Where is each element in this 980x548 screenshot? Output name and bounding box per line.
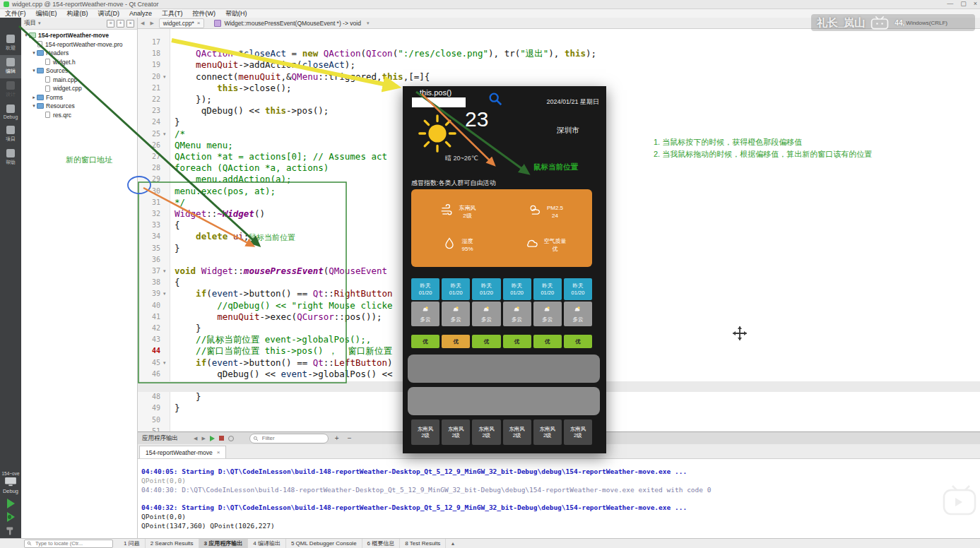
forecast-condition-box[interactable]: 多云 bbox=[533, 302, 562, 326]
forecast-condition-box[interactable]: 多云 bbox=[564, 302, 592, 326]
wind-box[interactable]: 东南风2级 bbox=[442, 419, 470, 445]
tree-item[interactable]: main.cpp bbox=[21, 76, 137, 85]
mode-item-Debug[interactable]: Debug bbox=[0, 102, 21, 123]
air-quality-box[interactable]: 优 bbox=[411, 335, 439, 348]
forward-icon[interactable]: ▶ bbox=[147, 20, 156, 26]
tree-item[interactable]: ▾Resources bbox=[21, 102, 137, 111]
project-panel-header[interactable]: 项目 ▾ ≡ + × bbox=[21, 18, 137, 30]
statusbar-pane[interactable]: 8 Test Results bbox=[400, 539, 446, 548]
statusbar-pane[interactable]: 4 编译输出 bbox=[248, 539, 286, 548]
menu-item[interactable]: 文件(F) bbox=[0, 9, 31, 18]
mode-item-编辑[interactable]: 编辑 bbox=[0, 55, 21, 78]
back-icon[interactable]: ◀ bbox=[138, 20, 147, 26]
output-console[interactable]: 04:40:05: Starting D:\QT\CodeInLesson\bu… bbox=[138, 459, 980, 547]
statusbar-pane[interactable]: 6 概要信息 bbox=[362, 539, 401, 548]
filter-input[interactable] bbox=[261, 434, 320, 442]
kit-name[interactable]: 154~ove bbox=[0, 471, 21, 476]
zoom-in-button[interactable]: + bbox=[333, 434, 341, 442]
tree-item[interactable]: ▾154-reportWeather-move bbox=[21, 31, 137, 40]
filter-icon[interactable]: ≡ bbox=[107, 20, 114, 28]
fold-marker[interactable]: ▾ bbox=[163, 74, 166, 80]
stop-icon[interactable] bbox=[219, 436, 224, 441]
menu-item[interactable]: 编辑(E) bbox=[31, 9, 62, 18]
forecast-condition-box[interactable]: 多云 bbox=[411, 302, 439, 326]
fold-marker[interactable]: ▾ bbox=[163, 360, 166, 366]
fold-marker[interactable]: ▾ bbox=[163, 291, 166, 297]
tree-item[interactable]: ▸Forms bbox=[21, 93, 137, 102]
wind-box[interactable]: 东南风2级 bbox=[503, 419, 531, 445]
menu-item[interactable]: 构建(B) bbox=[62, 9, 93, 18]
mode-item-设计[interactable]: 设计 bbox=[0, 78, 21, 102]
debug-run-button[interactable] bbox=[7, 512, 15, 522]
close-panel-icon[interactable]: × bbox=[126, 20, 134, 28]
chevron-left-icon[interactable]: ◀ bbox=[194, 436, 197, 441]
air-quality-box[interactable]: 优 bbox=[533, 335, 562, 348]
tree-item[interactable]: widget.cpp bbox=[21, 84, 137, 93]
forecast-condition-box[interactable]: 多云 bbox=[472, 302, 500, 326]
locator-input[interactable] bbox=[34, 540, 107, 547]
close-icon[interactable]: × bbox=[974, 0, 977, 7]
statusbar-pane[interactable]: 3 应用程序输出 bbox=[199, 539, 249, 548]
forecast-day-box[interactable]: 昨天01/20 bbox=[442, 278, 470, 300]
mode-item-帮助[interactable]: 帮助 bbox=[0, 146, 21, 169]
output-tab[interactable]: 154-reportWeather-move × bbox=[139, 446, 226, 458]
forecast-day-box[interactable]: 昨天01/20 bbox=[411, 278, 439, 300]
kit-mode-label[interactable]: Debug bbox=[0, 488, 21, 494]
maximize-icon[interactable]: ▢ bbox=[960, 0, 967, 7]
mode-item-项目[interactable]: 项目 bbox=[0, 123, 21, 146]
forecast-day-box[interactable]: 昨天01/20 bbox=[564, 278, 592, 300]
output-filter[interactable] bbox=[249, 434, 329, 443]
run-button[interactable] bbox=[7, 499, 15, 508]
statusbar-pane[interactable]: 1 问题 bbox=[119, 539, 146, 548]
minimize-icon[interactable]: — bbox=[947, 0, 953, 7]
weather-app-window[interactable]: this.pos() 2024/01/21 星期日 23 深圳市 晴 20~26… bbox=[403, 86, 606, 453]
document-tab[interactable]: widget.cpp* × bbox=[159, 18, 205, 28]
zoom-out-button[interactable]: − bbox=[346, 434, 354, 442]
fold-marker[interactable]: ▾ bbox=[163, 268, 166, 274]
menu-item[interactable]: 调试(D) bbox=[93, 9, 125, 18]
fold-marker[interactable]: ▾ bbox=[163, 131, 166, 137]
locator[interactable] bbox=[24, 540, 113, 548]
tree-item[interactable]: res.qrc bbox=[21, 111, 137, 120]
mode-item-欢迎[interactable]: 欢迎 bbox=[0, 32, 21, 55]
wind-box[interactable]: 东南风2级 bbox=[533, 419, 562, 445]
search-icon[interactable] bbox=[488, 91, 503, 107]
split-icon[interactable]: + bbox=[117, 20, 124, 28]
forecast-condition-box[interactable]: 多云 bbox=[503, 302, 531, 326]
air-quality-box[interactable]: 优 bbox=[472, 335, 500, 348]
wind-box[interactable]: 东南风2级 bbox=[472, 419, 500, 445]
air-quality-box[interactable]: 优 bbox=[564, 335, 592, 348]
output-pane-toggle-icon[interactable]: ▲ bbox=[450, 541, 455, 546]
forecast-day-box[interactable]: 昨天01/20 bbox=[533, 278, 562, 300]
statusbar-pane[interactable]: 2 Search Results bbox=[146, 539, 199, 548]
gear-icon[interactable] bbox=[228, 436, 234, 441]
build-hammer-icon[interactable] bbox=[5, 525, 16, 537]
forecast-day-box[interactable]: 昨天01/20 bbox=[472, 278, 500, 300]
wind-box[interactable]: 东南风2级 bbox=[564, 419, 592, 445]
city-search-input[interactable] bbox=[412, 97, 466, 107]
tab-close-icon[interactable]: × bbox=[217, 449, 220, 455]
menu-item[interactable]: 帮助(H) bbox=[220, 9, 252, 18]
tree-item[interactable]: ▾Sources bbox=[21, 66, 137, 76]
symbol-combo[interactable]: Widget::mousePressEvent(QMouseEvent *) -… bbox=[214, 20, 372, 27]
code-line: menu.exec(pos, at); bbox=[175, 186, 276, 197]
temperature-value: 23 bbox=[465, 107, 488, 131]
statusbar-pane[interactable]: 5 QML Debugger Console bbox=[286, 539, 362, 548]
tree-item[interactable]: ▾Headers bbox=[21, 49, 137, 58]
menu-item[interactable]: 控件(W) bbox=[188, 9, 221, 18]
rerun-icon[interactable] bbox=[210, 436, 215, 441]
tree-item[interactable]: 154-reportWeather-move.pro bbox=[21, 40, 137, 49]
forecast-condition-box[interactable]: 多云 bbox=[442, 302, 470, 326]
encoding-selector[interactable]: Windows(CRLF) bbox=[906, 20, 947, 26]
air-quality-box[interactable]: 优 bbox=[442, 335, 470, 348]
tree-item[interactable]: widget.h bbox=[21, 58, 137, 67]
kit-monitor-icon[interactable] bbox=[4, 477, 17, 487]
tab-close-icon[interactable]: × bbox=[197, 20, 201, 26]
forecast-day-box[interactable]: 昨天01/20 bbox=[503, 278, 531, 300]
menu-item[interactable]: 工具(T) bbox=[157, 9, 188, 18]
air-quality-box[interactable]: 优 bbox=[503, 335, 531, 348]
chevron-right-icon[interactable]: ▶ bbox=[201, 436, 205, 441]
menu-item[interactable]: Analyze bbox=[124, 10, 157, 17]
title-bar[interactable]: widget.cpp @ 154-reportWeather-move - Qt… bbox=[0, 0, 980, 9]
wind-box[interactable]: 东南风2级 bbox=[411, 419, 439, 445]
